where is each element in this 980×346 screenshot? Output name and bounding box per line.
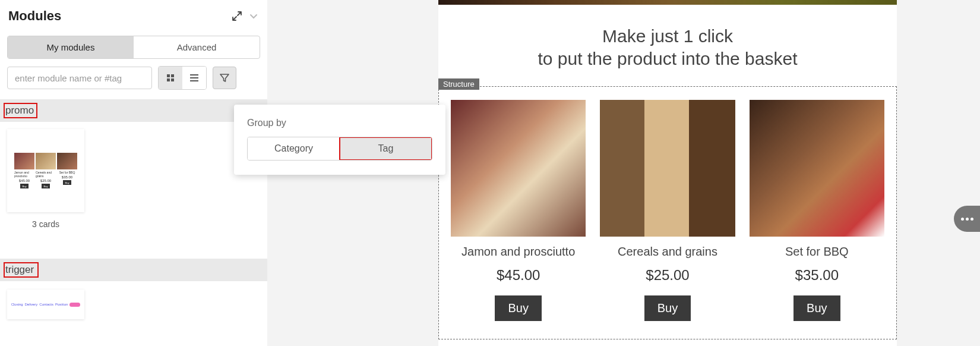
cards-row: Jamon and prosciutto $45.00 Buy Cereals … — [451, 100, 884, 321]
panel-title: Modules — [8, 8, 61, 24]
product-card: Cereals and grains $25.00 Buy — [600, 100, 735, 321]
structure-label: Structure — [438, 78, 479, 90]
tools-row — [7, 66, 260, 90]
expand-icon[interactable] — [230, 10, 244, 23]
product-price: $45.00 — [497, 267, 540, 284]
product-title: Cereals and grains — [618, 245, 717, 259]
panel-header: Modules — [0, 0, 267, 32]
chevron-down-icon[interactable] — [247, 10, 260, 23]
headline-line2: to put the product into the basket — [538, 49, 798, 68]
group-label-promo: promo — [4, 103, 37, 118]
thumb-link: Position — [55, 303, 68, 306]
more-icon — [961, 218, 973, 221]
thumb-title: Jamon and prosciutto — [14, 171, 34, 178]
groupby-popup: Group by Category Tag — [234, 105, 445, 175]
thumb-link: Contacts — [39, 303, 53, 306]
svg-rect-3 — [171, 78, 174, 81]
thumb-price: $35.00 — [62, 175, 72, 179]
panel-header-actions — [230, 10, 260, 23]
thumb-price: $25.00 — [40, 179, 51, 183]
buy-button[interactable]: Buy — [644, 295, 691, 321]
module-caption: 3 cards — [7, 219, 84, 229]
thumb-price: $45.00 — [19, 179, 30, 183]
search-input[interactable] — [7, 67, 152, 89]
groupby-tab-tag[interactable]: Tag — [340, 137, 432, 160]
module-thumbnail: Jamon and prosciutto $45.00 Buy Cereals … — [7, 129, 84, 212]
view-toggle — [158, 66, 207, 90]
product-image-icon — [750, 100, 884, 237]
thumb-pill-icon — [69, 303, 80, 307]
modules-panel: Modules My modules Advanced promo — [0, 0, 267, 346]
structure-block[interactable]: Structure Jamon and prosciutto $45.00 Bu… — [438, 86, 897, 339]
product-card: Set for BBQ $35.00 Buy — [750, 100, 884, 321]
product-image-icon — [451, 100, 586, 237]
tab-advanced[interactable]: Advanced — [134, 36, 260, 58]
email-canvas[interactable]: Make just 1 click to put the product int… — [438, 0, 897, 346]
grid-view-button[interactable] — [159, 67, 182, 89]
thumb-buy: Buy — [63, 180, 71, 185]
thumb-image-icon — [14, 153, 34, 169]
tab-my-modules[interactable]: My modules — [8, 36, 134, 58]
group-header-promo: promo — [0, 99, 267, 122]
headline: Make just 1 click to put the product int… — [438, 25, 897, 70]
product-price: $25.00 — [646, 267, 689, 284]
product-image-icon — [600, 100, 735, 237]
thumb-link: Delivery — [25, 303, 38, 306]
thumb-title: Set for BBQ — [59, 171, 75, 174]
svg-rect-2 — [167, 78, 170, 81]
product-title: Jamon and prosciutto — [461, 245, 575, 259]
hero-image-icon — [438, 0, 897, 5]
group-header-trigger: trigger — [0, 259, 267, 281]
module-card-3cards[interactable]: Jamon and prosciutto $45.00 Buy Cereals … — [7, 129, 84, 229]
thumb-title: Cereals and grains — [36, 171, 56, 178]
thumb-buy: Buy — [42, 184, 50, 188]
modules-tabs: My modules Advanced — [7, 36, 260, 59]
buy-button[interactable]: Buy — [794, 295, 840, 321]
groupby-tabs: Category Tag — [247, 137, 432, 161]
module-card-trigger[interactable]: Closing Delivery Contacts Position — [7, 290, 84, 319]
buy-button[interactable]: Buy — [495, 295, 541, 321]
svg-rect-6 — [190, 80, 198, 81]
filter-button[interactable] — [213, 67, 236, 89]
product-title: Set for BBQ — [785, 245, 849, 259]
svg-rect-4 — [190, 74, 198, 76]
thumb-link: Closing — [11, 303, 23, 306]
product-card: Jamon and prosciutto $45.00 Buy — [451, 100, 586, 321]
list-view-button[interactable] — [182, 67, 206, 89]
group-label-trigger: trigger — [4, 262, 39, 278]
thumb-image-icon — [36, 153, 56, 169]
svg-rect-0 — [167, 74, 170, 77]
thumb-image-icon — [57, 153, 77, 169]
more-options-button[interactable] — [954, 206, 980, 232]
groupby-label: Group by — [247, 118, 432, 128]
svg-rect-1 — [171, 74, 174, 77]
headline-line1: Make just 1 click — [602, 26, 733, 46]
groupby-tab-category[interactable]: Category — [248, 137, 340, 160]
thumb-buy: Buy — [20, 184, 29, 188]
svg-rect-5 — [190, 77, 198, 78]
product-price: $35.00 — [795, 267, 839, 284]
